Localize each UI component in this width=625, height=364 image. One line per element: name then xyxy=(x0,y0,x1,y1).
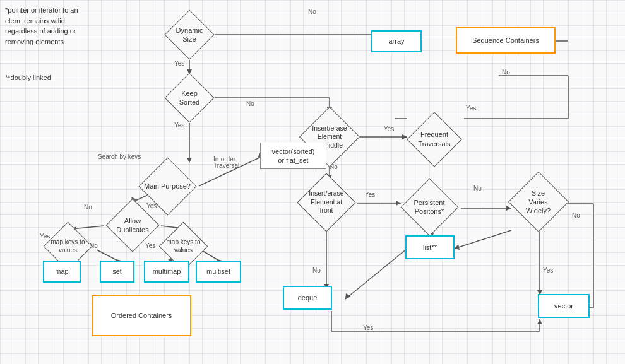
diamond-keep-sorted: KeepSorted xyxy=(164,73,215,123)
svg-text:No: No xyxy=(308,8,316,15)
svg-text:Search by keys: Search by keys xyxy=(98,153,141,160)
svg-text:Yes: Yes xyxy=(543,267,553,274)
svg-text:Traversal: Traversal xyxy=(213,162,239,169)
svg-marker-55 xyxy=(455,244,460,250)
diamond-size-varies: SizeVariesWidely? xyxy=(508,173,568,230)
svg-text:Yes: Yes xyxy=(363,324,373,331)
box-deque: deque xyxy=(283,286,332,310)
diamond-dynamic-size: DynamicSize xyxy=(164,9,215,60)
svg-text:Yes: Yes xyxy=(466,105,476,112)
note-doubly-linked: **doubly linked xyxy=(5,73,51,83)
svg-text:No: No xyxy=(473,185,482,192)
svg-text:No: No xyxy=(84,204,92,211)
svg-text:No: No xyxy=(502,69,510,76)
svg-marker-40 xyxy=(537,319,542,324)
box-map: map xyxy=(43,261,81,283)
box-sequence-containers: Sequence Containers xyxy=(456,27,556,54)
svg-line-35 xyxy=(345,249,407,299)
note-pointer: *pointer or iterator to anelem. remains … xyxy=(5,5,97,47)
svg-text:No: No xyxy=(246,100,254,107)
box-set: set xyxy=(100,261,134,283)
box-multimap: multimap xyxy=(144,261,189,283)
box-list: list** xyxy=(405,235,455,259)
diamond-frequent-traversals: FrequentTraversals xyxy=(403,115,466,163)
svg-text:Yes: Yes xyxy=(174,60,184,67)
svg-line-54 xyxy=(455,230,511,249)
svg-text:Yes: Yes xyxy=(384,126,394,132)
box-array: array xyxy=(371,30,422,52)
box-multiset: multiset xyxy=(196,261,241,283)
svg-text:In-order: In-order xyxy=(213,156,236,163)
svg-marker-36 xyxy=(345,293,351,299)
box-vector-sorted: vector(sorted)or flat_set xyxy=(260,143,326,169)
svg-text:No: No xyxy=(312,267,321,274)
diamond-persistent-positions: PersistentPositons* xyxy=(398,182,461,232)
box-ordered-containers: Ordered Containers xyxy=(92,295,191,336)
svg-text:Yes: Yes xyxy=(365,191,375,198)
svg-text:No: No xyxy=(572,212,580,219)
diamond-allow-duplicates: AllowDuplicates xyxy=(104,201,161,250)
diamond-insert-front: Insert/eraseElement atfront xyxy=(295,175,358,229)
box-vector: vector xyxy=(538,294,590,318)
flowchart-canvas: No Yes Yes No Yes Yes No No In-order Tra… xyxy=(0,0,625,364)
svg-line-9 xyxy=(199,156,262,186)
